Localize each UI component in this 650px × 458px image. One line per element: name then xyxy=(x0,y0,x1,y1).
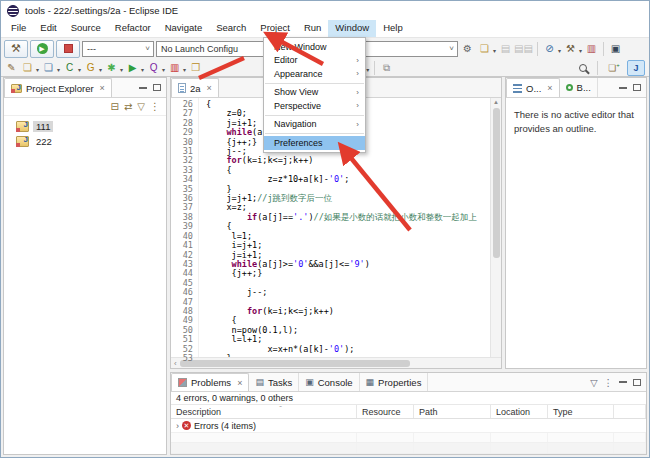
coverage-launch-icon[interactable]: ▥ xyxy=(167,60,182,75)
run-icon[interactable]: ▶ xyxy=(125,60,140,75)
dropdown-caret-icon[interactable]: ▾ xyxy=(78,66,81,73)
open-console-icon[interactable]: ▣ xyxy=(608,41,623,56)
project-explorer-panel: Project Explorer × ⊟⇄▽⋮ 111222 xyxy=(3,77,167,455)
dropdown-caret-icon[interactable]: ▾ xyxy=(162,66,165,73)
maximize-icon[interactable] xyxy=(633,84,641,91)
tab-outline[interactable]: O... × xyxy=(506,78,560,97)
dropdown-caret-icon[interactable]: ▾ xyxy=(558,47,561,54)
submenu-arrow-icon: › xyxy=(356,56,359,65)
menu-separator xyxy=(265,133,364,134)
debug-icon[interactable]: ✱ xyxy=(104,60,119,75)
menu-item-window[interactable]: Window xyxy=(328,20,376,37)
gear-icon[interactable]: ⚙ xyxy=(460,41,475,56)
new-wizard-icon[interactable]: ❏ xyxy=(477,41,492,56)
menu-item-navigate[interactable]: Navigate xyxy=(158,20,210,37)
tab-tasks[interactable]: ▤Tasks xyxy=(249,373,299,391)
build-all-button[interactable]: ⚒ xyxy=(4,40,28,58)
open-task-icon[interactable]: ❐ xyxy=(188,60,203,75)
launch-combo-1[interactable]: --- ˅ xyxy=(82,41,154,57)
skip-breakpoints-icon[interactable]: ⊘ xyxy=(542,41,557,56)
menu-item-preferences[interactable]: Preferences xyxy=(264,136,365,150)
search-icon[interactable] xyxy=(575,60,590,75)
dropdown-caret-icon[interactable]: ▾ xyxy=(36,66,39,73)
dropdown-caret-icon[interactable]: ▾ xyxy=(120,66,123,73)
vertical-scrollbar[interactable]: ▲ xyxy=(490,98,501,357)
column-header-resource[interactable]: Resource xyxy=(357,405,414,418)
menu-item-perspective[interactable]: Perspective› xyxy=(264,99,365,113)
dropdown-caret-icon[interactable]: ▾ xyxy=(57,66,60,73)
menu-item-refactor[interactable]: Refactor xyxy=(108,20,158,37)
dropdown-caret-icon[interactable]: ▾ xyxy=(579,47,582,54)
open-perspective-button[interactable]: ❏+ xyxy=(605,60,623,76)
pin-editor-icon[interactable]: ⧉ xyxy=(379,60,394,75)
column-header-type[interactable]: Type xyxy=(548,405,614,418)
horizontal-scrollbar[interactable]: ‹ xyxy=(171,357,501,368)
run-button[interactable]: ▶ xyxy=(30,40,54,58)
menu-item-appearance[interactable]: Appearance› xyxy=(264,67,365,81)
tab-editor-2a[interactable]: 2a × xyxy=(171,78,219,97)
tab-problems[interactable]: Problems× xyxy=(171,373,249,391)
tab-project-explorer[interactable]: Project Explorer × xyxy=(4,78,112,97)
dropdown-caret-icon[interactable]: ▾ xyxy=(183,66,186,73)
tab-properties[interactable]: ▦Properties xyxy=(360,373,429,391)
window-menu-dropdown: New WindowEditor›Appearance›Show View›Pe… xyxy=(263,37,366,153)
menu-item-navigation[interactable]: Navigation› xyxy=(264,118,365,132)
new-wizard-icon[interactable]: ❏ xyxy=(20,60,35,75)
column-header-filler xyxy=(614,405,646,418)
dropdown-caret-icon[interactable]: ▾ xyxy=(493,47,496,54)
tree-item-111[interactable]: 111 xyxy=(4,119,166,134)
menu-item-editor[interactable]: Editor› xyxy=(264,54,365,68)
collapse-all-icon[interactable]: ⊟ xyxy=(111,101,119,112)
ant-build-icon[interactable]: G xyxy=(83,60,98,75)
new-java-project-icon[interactable]: ❏ xyxy=(41,60,56,75)
menu-item-source[interactable]: Source xyxy=(64,20,108,37)
build-icon[interactable]: ⚒ xyxy=(563,41,578,56)
close-icon[interactable]: × xyxy=(237,378,242,388)
view-menu-icon[interactable]: ⋮ xyxy=(604,377,614,388)
save-all-icon[interactable]: ▤▤ xyxy=(514,41,533,56)
tab-boot-dashboard[interactable]: B... xyxy=(560,78,598,97)
close-icon[interactable]: × xyxy=(207,83,212,93)
java-perspective-button[interactable]: J xyxy=(627,60,645,76)
profile-icon[interactable]: Q xyxy=(146,60,161,75)
scroll-up-icon[interactable]: ▲ xyxy=(493,98,499,107)
problems-error-row[interactable]: › ✕ Errors (4 items) xyxy=(171,419,646,433)
tree-item-222[interactable]: 222 xyxy=(4,134,166,149)
menu-item-search[interactable]: Search xyxy=(209,20,253,37)
close-icon[interactable]: × xyxy=(547,83,552,93)
table-row xyxy=(171,433,646,444)
dropdown-caret-icon[interactable]: ▾ xyxy=(99,66,102,73)
minimize-icon[interactable] xyxy=(139,87,147,89)
filter-icon[interactable]: ▽ xyxy=(137,101,145,112)
link-editor-icon[interactable]: ⇄ xyxy=(124,101,132,112)
stop-button[interactable] xyxy=(56,40,80,58)
chevron-right-icon[interactable]: › xyxy=(176,421,179,431)
menu-item-project[interactable]: Project xyxy=(253,20,297,37)
menu-item-run[interactable]: Run xyxy=(297,20,328,37)
save-icon[interactable]: ▤ xyxy=(498,41,513,56)
menu-item-show-view[interactable]: Show View› xyxy=(264,86,365,100)
open-element-icon[interactable]: ✎ xyxy=(4,60,19,75)
dropdown-caret-icon[interactable]: ▾ xyxy=(141,66,144,73)
close-icon[interactable]: × xyxy=(100,83,105,93)
filter-icon[interactable]: ▽ xyxy=(590,377,597,388)
menu-item-edit[interactable]: Edit xyxy=(33,20,63,37)
menu-item-file[interactable]: File xyxy=(4,20,33,37)
menu-item-new-window[interactable]: New Window xyxy=(264,40,365,54)
dropdown-caret-icon[interactable]: ▾ xyxy=(366,66,369,73)
scrollbar-thumb[interactable] xyxy=(180,360,410,367)
minimize-icon[interactable] xyxy=(619,87,627,89)
column-header-path[interactable]: Path xyxy=(414,405,491,418)
menu-item-help[interactable]: Help xyxy=(376,20,410,37)
minimize-icon[interactable] xyxy=(619,381,627,383)
problems-panel: Problems×▤Tasks▣Console▦Properties▽⋮ 4 e… xyxy=(170,372,647,455)
scrollbar-thumb[interactable] xyxy=(493,108,500,258)
tab-console[interactable]: ▣Console xyxy=(299,373,359,391)
maximize-icon[interactable] xyxy=(633,379,641,386)
maximize-icon[interactable] xyxy=(153,84,161,91)
column-header-description[interactable]: Descriptionˆ xyxy=(171,405,357,418)
new-class-icon[interactable]: C xyxy=(62,60,77,75)
view-menu-icon[interactable]: ⋮ xyxy=(150,101,160,112)
coverage-icon[interactable]: ▥ xyxy=(584,41,599,56)
column-header-location[interactable]: Location xyxy=(491,405,548,418)
